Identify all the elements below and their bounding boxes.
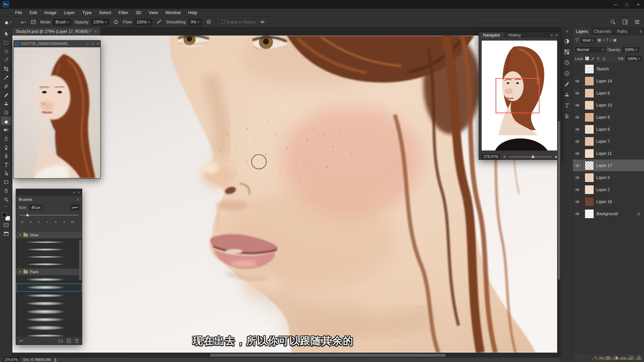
- brush-preset[interactable]: 5: [28, 220, 33, 224]
- layer-row-background[interactable]: Background: [573, 208, 644, 220]
- layer-visibility-toggle[interactable]: [573, 160, 582, 171]
- edit-toolbar-icon[interactable]: ⋯: [4, 204, 8, 210]
- brush-item[interactable]: [16, 253, 82, 261]
- path-selection-tool[interactable]: [1, 169, 11, 178]
- quick-selection-tool[interactable]: [1, 56, 11, 64]
- brush-item-selected[interactable]: [16, 284, 82, 292]
- panel-menu-icon[interactable]: ≡: [77, 197, 79, 201]
- erase-to-history-option[interactable]: Erase to History: [221, 20, 255, 24]
- layer-visibility-toggle[interactable]: [573, 75, 582, 87]
- brush-preset[interactable]: 6: [53, 220, 58, 224]
- layer-row[interactable]: Layer 16: [573, 196, 644, 208]
- shape-tool[interactable]: [1, 178, 11, 186]
- search-icon[interactable]: [609, 18, 616, 26]
- blend-mode-dropdown[interactable]: Normal▾: [575, 47, 606, 52]
- layer-visibility-toggle[interactable]: [573, 184, 582, 195]
- eraser-tool[interactable]: [1, 117, 11, 125]
- layer-thumbnail[interactable]: [585, 197, 594, 206]
- info-panel-icon[interactable]: [564, 70, 570, 76]
- layer-row-selected[interactable]: Layer 17: [573, 160, 644, 172]
- tab-layers[interactable]: Layers: [573, 27, 591, 36]
- eyedropper-tool[interactable]: [1, 73, 11, 82]
- blur-tool[interactable]: [1, 134, 11, 143]
- layer-thumbnail[interactable]: [585, 137, 594, 146]
- brush-item[interactable]: [16, 246, 82, 253]
- lasso-tool[interactable]: [1, 47, 11, 56]
- tab-paths[interactable]: Paths: [614, 27, 631, 36]
- menu-image[interactable]: Image: [41, 10, 60, 15]
- expand-panels-icon[interactable]: «: [566, 29, 568, 34]
- layer-visibility-toggle[interactable]: [573, 208, 582, 220]
- tab-channels[interactable]: Channels: [591, 27, 614, 36]
- window-maximize-button[interactable]: □: [621, 0, 633, 9]
- layer-thumbnail[interactable]: [585, 125, 594, 134]
- brush-list-scrollbar[interactable]: [79, 240, 82, 280]
- reference-window-titlebar[interactable]: 12317735_1680921428843495... ─ □ ×: [14, 41, 100, 47]
- libraries-panel-icon[interactable]: [564, 49, 570, 55]
- menu-window[interactable]: Window: [162, 10, 184, 15]
- tab-navigator[interactable]: Navigator: [479, 32, 504, 38]
- layer-thumbnail[interactable]: [585, 113, 594, 122]
- flow-dropdown[interactable]: 100%▾: [134, 19, 152, 25]
- layer-visibility-toggle[interactable]: [573, 196, 582, 207]
- layer-visibility-toggle[interactable]: [573, 63, 582, 75]
- brush-group-draw[interactable]: ▼ Draw: [16, 231, 82, 239]
- menu-select[interactable]: Select: [95, 10, 115, 15]
- menu-3d[interactable]: 3D: [132, 10, 145, 15]
- layer-opacity-dropdown[interactable]: 100%▾: [623, 47, 639, 52]
- menu-view[interactable]: View: [145, 10, 162, 15]
- foreground-color-swatch[interactable]: [2, 213, 7, 217]
- layer-row[interactable]: Layer 10: [573, 99, 644, 111]
- brush-tool[interactable]: [1, 90, 11, 99]
- menu-edit[interactable]: Edit: [26, 10, 41, 15]
- menu-type[interactable]: Type: [78, 10, 95, 15]
- tool-preset-picker[interactable]: ▾: [3, 18, 12, 26]
- layer-visibility-toggle[interactable]: [573, 172, 582, 183]
- color-swatches[interactable]: [2, 213, 10, 221]
- layer-thumbnail[interactable]: [585, 185, 594, 194]
- tab-close-icon[interactable]: ×: [95, 29, 97, 34]
- lock-pixels-icon[interactable]: [591, 57, 595, 61]
- brush-stroke-preview-button[interactable]: [70, 204, 79, 210]
- smoothing-dropdown[interactable]: 0%▾: [188, 19, 202, 25]
- slider-thumb[interactable]: [531, 155, 535, 158]
- panel-menu-icon[interactable]: [633, 18, 641, 26]
- layer-row[interactable]: Layer 5: [573, 172, 644, 184]
- mode-dropdown[interactable]: Brush▾: [53, 19, 71, 25]
- window-minimize-button[interactable]: ─: [610, 0, 621, 9]
- brush-settings-toggle[interactable]: [30, 18, 37, 26]
- layer-row[interactable]: Layer 7: [573, 135, 644, 147]
- brush-item[interactable]: [16, 316, 82, 324]
- layer-row[interactable]: Layer 9: [573, 111, 644, 123]
- reference-image-window[interactable]: 12317735_1680921428843495... ─ □ ×: [13, 40, 101, 179]
- document-tab[interactable]: Study24.psd @ 279% (Layer 17, RGB/8) * ×: [12, 27, 101, 36]
- filter-adjustment-icon[interactable]: ◑: [602, 38, 605, 42]
- clone-source-panel-icon[interactable]: [564, 92, 570, 98]
- brush-item[interactable]: [16, 261, 82, 268]
- dodge-tool[interactable]: [1, 143, 11, 152]
- navigator-thumbnail[interactable]: [481, 40, 558, 151]
- hand-tool[interactable]: [1, 186, 11, 195]
- brush-item[interactable]: [16, 300, 82, 308]
- layer-row[interactable]: Layer 14: [573, 75, 644, 87]
- brush-item[interactable]: [16, 308, 82, 316]
- layer-visibility-toggle[interactable]: [573, 111, 582, 123]
- layer-visibility-toggle[interactable]: [573, 123, 582, 135]
- window-close-button[interactable]: ×: [633, 0, 644, 9]
- brush-item[interactable]: [16, 324, 82, 332]
- panel-menu-icon[interactable]: ≡: [640, 27, 644, 36]
- gear-icon[interactable]: [205, 18, 212, 26]
- history-panel-icon[interactable]: [564, 60, 570, 66]
- brush-item[interactable]: [16, 239, 82, 246]
- layer-visibility-toggle[interactable]: [573, 87, 582, 99]
- airbrush-icon[interactable]: [155, 18, 163, 26]
- ref-close-button[interactable]: ×: [97, 42, 99, 46]
- layer-thumbnail[interactable]: [585, 76, 594, 86]
- vertical-scrollbar[interactable]: [557, 36, 561, 353]
- type-tool[interactable]: [1, 160, 11, 169]
- navigator-panel[interactable]: Navigator History » ≡: [479, 32, 561, 160]
- filter-shape-icon[interactable]: □: [609, 38, 612, 42]
- status-caret-icon[interactable]: ❯: [54, 358, 57, 362]
- brush-item[interactable]: [16, 276, 82, 284]
- layer-thumbnail[interactable]: [585, 149, 594, 158]
